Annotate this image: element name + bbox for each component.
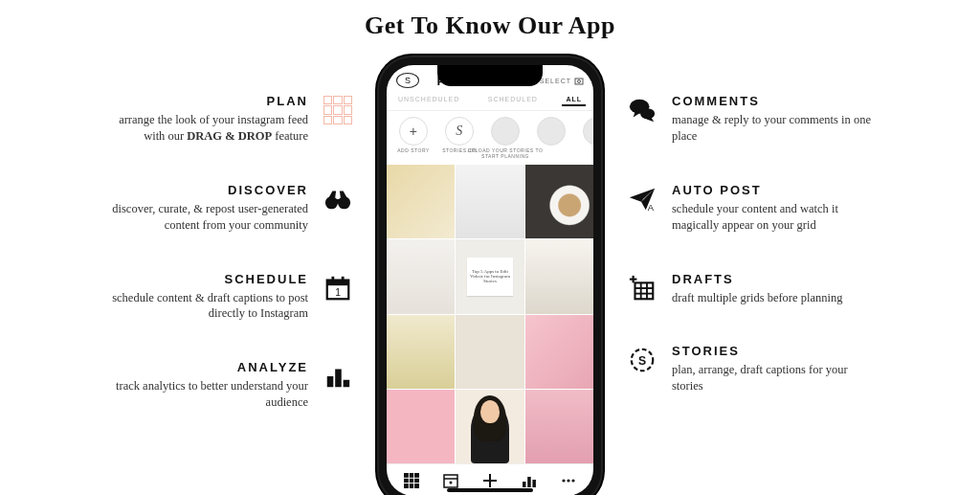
svg-rect-4 xyxy=(327,280,349,285)
svg-rect-6 xyxy=(342,276,345,281)
stories-row: +ADD STORY SSTORIES.CO UPLOAD YOUR STORI… xyxy=(387,111,593,165)
feature-columns: PLAN arrange the look of your instagram … xyxy=(0,48,980,495)
tab-all[interactable]: ALL xyxy=(562,94,586,106)
feature-schedule: SCHEDULE schedule content & draft captio… xyxy=(105,272,354,323)
feature-heading: SCHEDULE xyxy=(105,272,308,286)
feature-analyze: ANALYZE track analytics to better unders… xyxy=(105,360,354,411)
feed-tile[interactable] xyxy=(387,390,455,463)
svg-point-12 xyxy=(578,80,581,83)
select-button[interactable]: SELECT xyxy=(540,76,584,85)
svg-rect-5 xyxy=(331,276,334,281)
feed-tile[interactable] xyxy=(525,239,593,313)
feed-tile[interactable] xyxy=(456,315,523,389)
feed-tile[interactable]: Top 5 Apps to Edit Videos for Instagram … xyxy=(456,239,523,313)
left-features: PLAN arrange the look of your instagram … xyxy=(105,48,354,411)
svg-rect-2 xyxy=(334,199,342,204)
feature-desc: draft multiple grids before planning xyxy=(672,290,842,306)
svg-point-26 xyxy=(562,479,565,482)
svg-point-30 xyxy=(640,108,655,119)
grid-icon xyxy=(322,94,354,126)
feature-desc: discover, curate, & repost user-generate… xyxy=(105,201,308,234)
tab-grid-icon[interactable] xyxy=(402,471,421,490)
svg-rect-8 xyxy=(327,376,334,387)
feed-tile[interactable] xyxy=(525,315,593,389)
feed-tabs: UNSCHEDULED SCHEDULED ALL xyxy=(387,92,593,111)
feature-heading: AUTO POST xyxy=(672,183,875,197)
bar-chart-icon xyxy=(322,360,354,393)
tab-calendar-icon[interactable] xyxy=(441,471,460,490)
svg-rect-9 xyxy=(335,370,342,388)
profile-switcher[interactable]: S xyxy=(396,73,419,88)
svg-point-27 xyxy=(567,479,569,482)
feature-desc: track analytics to better understand you… xyxy=(105,378,308,411)
feed-grid: Top 5 Apps to Edit Videos for Instagram … xyxy=(387,165,593,463)
feature-heading: DISCOVER xyxy=(105,183,308,197)
paper-plane-icon: A xyxy=(626,183,658,215)
svg-point-20 xyxy=(450,481,453,484)
home-indicator xyxy=(447,488,533,492)
story-item[interactable]: UPLOAD YOUR STORIES TO START PLANNING xyxy=(486,117,524,159)
calendar-icon: 1 xyxy=(322,272,354,304)
svg-rect-24 xyxy=(527,477,531,487)
story-item[interactable] xyxy=(578,117,593,146)
feature-heading: PLAN xyxy=(105,94,308,108)
tab-scheduled[interactable]: SCHEDULED xyxy=(484,94,542,106)
tab-more-icon[interactable] xyxy=(559,471,578,490)
page-title: Get To Know Our App xyxy=(0,0,980,48)
svg-text:A: A xyxy=(648,203,655,213)
feature-stories: S STORIES plan, arrange, draft captions … xyxy=(626,344,875,394)
feature-desc: plan, arrange, draft captions for your s… xyxy=(672,362,875,394)
stories-icon: S xyxy=(626,344,658,376)
svg-rect-23 xyxy=(523,482,526,487)
feed-tile[interactable] xyxy=(525,165,593,238)
svg-rect-13 xyxy=(404,473,419,488)
feature-desc: arrange the look of your instagram feed … xyxy=(105,112,308,145)
feature-desc: schedule your content and watch it magic… xyxy=(672,201,875,234)
feature-desc: manage & reply to your comments in one p… xyxy=(672,112,875,145)
feature-heading: DRAFTS xyxy=(672,272,842,286)
phone-screen: S PLANOLY SELECT UNSCHEDULED SCHEDULED A… xyxy=(387,65,593,495)
feature-drafts: DRAFTS draft multiple grids before plann… xyxy=(626,272,875,306)
svg-rect-11 xyxy=(575,79,583,84)
feed-tile[interactable] xyxy=(387,165,455,238)
feed-tile[interactable] xyxy=(387,315,455,389)
feature-discover: DISCOVER discover, curate, & repost user… xyxy=(105,183,354,234)
story-item[interactable] xyxy=(532,117,570,146)
phone-notch xyxy=(437,65,543,86)
feed-tile[interactable] xyxy=(525,390,593,463)
feed-tile[interactable] xyxy=(456,165,523,238)
feature-autopost: A AUTO POST schedule your content and wa… xyxy=(626,183,875,234)
comments-icon xyxy=(626,94,658,126)
feature-desc: schedule content & draft captions to pos… xyxy=(105,290,308,323)
svg-rect-25 xyxy=(532,480,536,487)
svg-rect-10 xyxy=(344,380,350,388)
svg-text:1: 1 xyxy=(335,286,341,297)
svg-rect-32 xyxy=(635,282,654,299)
svg-text:S: S xyxy=(638,354,646,368)
binoculars-icon xyxy=(322,183,354,215)
feed-tile[interactable] xyxy=(456,390,523,463)
svg-point-28 xyxy=(571,479,574,482)
feature-heading: ANALYZE xyxy=(105,360,308,374)
right-features: COMMENTS manage & reply to your comments… xyxy=(626,48,875,394)
tab-add-icon[interactable] xyxy=(480,471,500,490)
feature-heading: STORIES xyxy=(672,344,875,358)
feed-tile[interactable] xyxy=(387,239,455,313)
drafts-icon xyxy=(626,272,658,304)
feature-plan: PLAN arrange the look of your instagram … xyxy=(105,94,354,145)
tab-analytics-icon[interactable] xyxy=(520,471,539,490)
feature-heading: COMMENTS xyxy=(672,94,875,108)
camera-icon xyxy=(574,76,584,85)
feature-comments: COMMENTS manage & reply to your comments… xyxy=(626,94,875,145)
story-add[interactable]: +ADD STORY xyxy=(394,117,433,153)
phone-mockup: S PLANOLY SELECT UNSCHEDULED SCHEDULED A… xyxy=(371,48,609,495)
tab-unscheduled[interactable]: UNSCHEDULED xyxy=(394,94,463,106)
